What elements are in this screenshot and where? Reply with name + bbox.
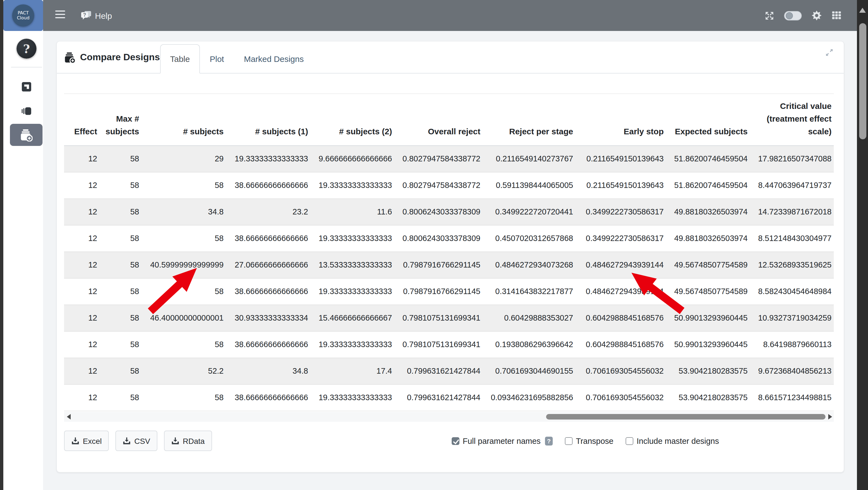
column-header[interactable]: Reject per stage — [483, 94, 576, 145]
sidebar-item-design[interactable] — [10, 77, 42, 96]
rdata-download-button[interactable]: RData — [164, 431, 212, 451]
table-row[interactable]: 12585838.6666666666666619.33333333333333… — [64, 225, 834, 252]
column-header[interactable]: Max # subjects — [99, 94, 142, 145]
table-cell: 0.7981075131699341 — [394, 331, 483, 357]
table-cell: 0.3141643832217877 — [483, 278, 576, 305]
column-header[interactable]: # subjects — [142, 94, 226, 145]
horizontal-scrollbar-thumb[interactable] — [546, 414, 826, 419]
help-button[interactable]: ? Help — [81, 0, 112, 31]
scroll-up-icon[interactable] — [859, 8, 866, 13]
table-cell: 0.7981075131699341 — [394, 305, 483, 331]
table-cell: 0.8027947584338772 — [394, 172, 483, 198]
checkbox-label: Full parameter names — [463, 436, 540, 445]
checkbox-box[interactable] — [452, 437, 459, 445]
checkbox-transpose[interactable]: Transpose — [565, 436, 614, 445]
table-cell: 0.4846272934073268 — [483, 252, 576, 278]
table-row[interactable]: 12582919.333333333333339.666666666666666… — [64, 145, 834, 172]
table-cell: 12 — [64, 225, 99, 252]
table-cell: 0.6042988845168576 — [576, 305, 666, 331]
page-title: Compare Designs — [80, 52, 160, 63]
gear-icon[interactable] — [812, 10, 822, 21]
sidebar-item-compare-designs[interactable] — [10, 124, 42, 146]
fullscreen-icon[interactable] — [765, 11, 774, 20]
table-cell: 38.66666666666666 — [226, 331, 310, 357]
download-icon — [123, 437, 131, 445]
vertical-scrollbar[interactable] — [857, 0, 868, 490]
table-row[interactable]: 125846.4000000000000130.9333333333333415… — [64, 305, 834, 331]
tab-bar: Table Plot Marked Designs — [160, 44, 314, 74]
download-icon — [171, 437, 180, 445]
table-row[interactable]: 12585838.6666666666666619.33333333333333… — [64, 384, 834, 411]
excel-label: Excel — [83, 436, 102, 445]
checkbox-include-master-designs[interactable]: Include master designs — [626, 436, 719, 445]
horizontal-scrollbar[interactable] — [64, 411, 834, 422]
download-buttons: Excel CSV — [64, 431, 212, 451]
table-cell: 12 — [64, 252, 99, 278]
table-cell: 34.8 — [142, 198, 226, 225]
vertical-scrollbar-thumb[interactable] — [859, 23, 866, 139]
question-mark-avatar-icon: ? — [23, 42, 30, 56]
expand-card-button[interactable] — [825, 48, 834, 57]
column-header[interactable]: # subjects (2) — [310, 94, 394, 145]
table-cell: 58 — [142, 384, 226, 411]
table-cell: 58 — [99, 145, 142, 172]
table-cell: 12 — [64, 278, 99, 305]
table-cell: 58 — [142, 331, 226, 357]
table-cell: 12 — [64, 198, 99, 225]
compare-designs-title-icon — [64, 52, 75, 63]
grid-icon[interactable] — [832, 10, 841, 21]
column-header[interactable]: Critical value (treatment effect scale) — [750, 94, 834, 145]
tab-marked-designs[interactable]: Marked Designs — [234, 44, 314, 74]
tab-plot[interactable]: Plot — [200, 44, 234, 74]
table-cell: 0.4846272943939144 — [576, 278, 666, 305]
scroll-left-icon[interactable] — [67, 414, 71, 419]
help-badge-icon[interactable]: ? — [545, 436, 553, 445]
table-row[interactable]: 12585838.6666666666666619.33333333333333… — [64, 172, 834, 198]
excel-download-button[interactable]: Excel — [64, 431, 109, 451]
table-cell: 0.799631621427844 — [394, 384, 483, 411]
app-logo[interactable]: PACT Cloud — [3, 0, 43, 31]
help-chat-icon: ? — [81, 10, 92, 21]
table-cell: 19.33333333333333 — [310, 172, 394, 198]
table-cell: 0.2116549150139643 — [576, 172, 666, 198]
column-header[interactable]: Early stop — [576, 94, 666, 145]
sidebar-item-design-list[interactable] — [10, 101, 42, 120]
column-header[interactable]: Effect — [64, 94, 99, 145]
table-cell: 49.88180326503974 — [666, 198, 750, 225]
menu-toggle-icon[interactable] — [55, 10, 65, 21]
scroll-right-icon[interactable] — [828, 414, 832, 419]
sidebar: PACT Cloud ? — [3, 0, 43, 490]
table-cell: 58 — [99, 384, 142, 411]
table-row[interactable]: 12585838.6666666666666619.33333333333333… — [64, 331, 834, 357]
checkbox-box[interactable] — [626, 437, 633, 445]
design-cards-icon — [21, 105, 31, 116]
table-cell: 58 — [142, 225, 226, 252]
table-controls: Excel CSV — [64, 431, 834, 453]
table-cell: 8.582430454648984 — [750, 278, 834, 305]
table-cell: 58 — [99, 331, 142, 357]
checkbox-box[interactable] — [565, 437, 572, 445]
checkbox-label: Transpose — [576, 436, 614, 445]
table-row[interactable]: 12585838.6666666666666619.33333333333333… — [64, 278, 834, 305]
project-avatar[interactable]: ? — [17, 39, 36, 59]
checkbox-full-parameter-names[interactable]: Full parameter names ? — [452, 436, 553, 445]
table-cell: 0.1938086296396642 — [483, 331, 576, 357]
table-cell: 0.60429888353027 — [483, 305, 576, 331]
table-row[interactable]: 125840.5999999999999927.0666666666666613… — [64, 252, 834, 278]
design-step-icon — [21, 82, 31, 92]
column-header[interactable]: Overall reject — [394, 94, 483, 145]
expand-diagonal-icon — [825, 48, 834, 57]
table-row[interactable]: 125834.823.211.60.80062430333783090.3499… — [64, 198, 834, 225]
table-cell: 12 — [64, 145, 99, 172]
table-cell: 0.7061693044690155 — [483, 357, 576, 384]
column-header[interactable]: # subjects (1) — [226, 94, 310, 145]
table-row[interactable]: 125852.234.817.40.7996316214278440.70616… — [64, 357, 834, 384]
table-options: Full parameter names ? Transpose Include… — [452, 431, 719, 451]
column-header[interactable]: Expected subjects — [666, 94, 750, 145]
table-cell: 38.66666666666666 — [226, 172, 310, 198]
csv-download-button[interactable]: CSV — [115, 431, 157, 451]
table-cell: 8.661571234498815 — [750, 384, 834, 411]
tab-table[interactable]: Table — [160, 44, 200, 74]
table-cell: 51.86200746459504 — [666, 172, 750, 198]
theme-toggle[interactable] — [784, 11, 802, 20]
